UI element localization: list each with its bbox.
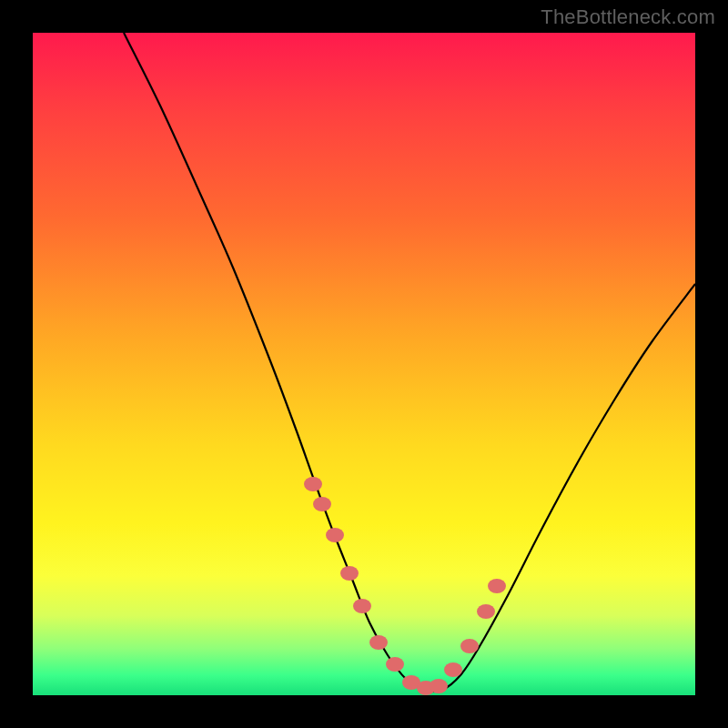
plot-area bbox=[33, 33, 695, 695]
data-marker bbox=[313, 497, 331, 511]
data-marker bbox=[340, 566, 359, 581]
chart-svg bbox=[33, 33, 695, 695]
data-marker bbox=[304, 477, 322, 491]
data-marker bbox=[460, 639, 479, 653]
chart-frame: TheBottleneck.com bbox=[0, 0, 728, 728]
data-marker bbox=[488, 579, 506, 593]
data-marker bbox=[369, 635, 388, 650]
data-marker bbox=[353, 599, 371, 613]
watermark-label: TheBottleneck.com bbox=[541, 5, 715, 29]
data-marker bbox=[386, 657, 404, 672]
data-marker bbox=[326, 528, 344, 542]
data-marker bbox=[444, 662, 462, 677]
data-marker bbox=[430, 679, 448, 693]
data-marker bbox=[477, 604, 495, 619]
primary-curve bbox=[124, 33, 695, 692]
data-markers bbox=[304, 477, 506, 695]
